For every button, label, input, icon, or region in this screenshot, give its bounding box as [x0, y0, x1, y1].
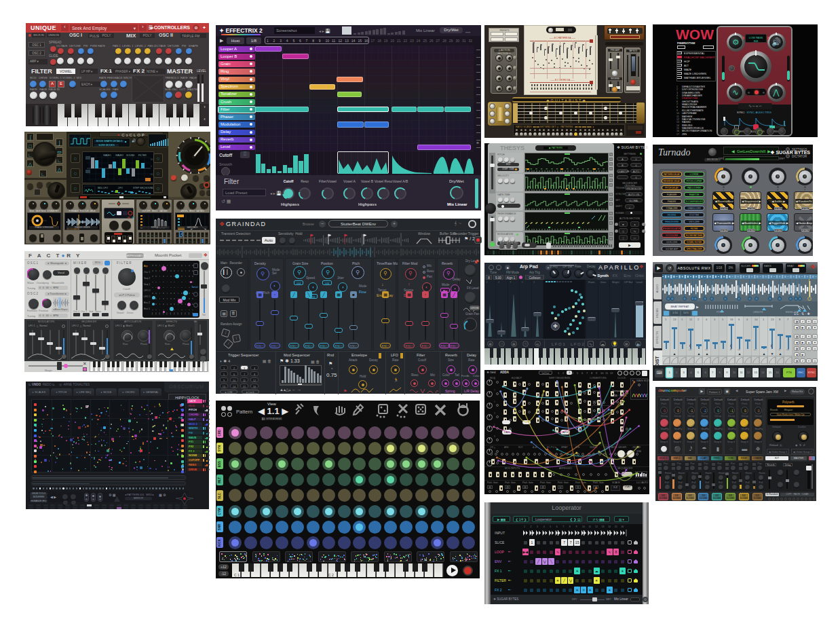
svg-text:↻: ↻ — [132, 216, 134, 219]
svg-text:PITCH: PITCH — [717, 311, 724, 313]
svg-text:FX: FX — [128, 217, 130, 219]
svg-text:LENGTH: LENGTH — [753, 311, 763, 313]
